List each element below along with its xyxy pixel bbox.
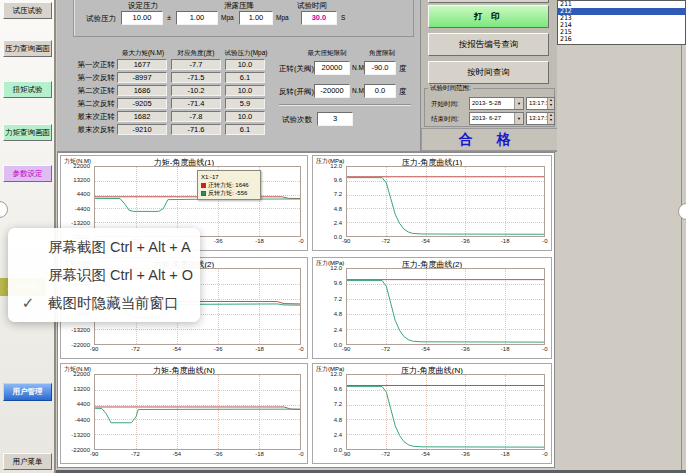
clipped-top-button[interactable]	[428, 0, 549, 3]
x-axis-ticks: -90-72-54-36-18-0	[346, 451, 545, 461]
y-axis-ticks: 22000132004400-4400-13200-22000	[61, 374, 92, 450]
col-header-pressure: 试验压力(Mpa)	[221, 49, 271, 58]
menu-item-screen-capture[interactable]: 屏幕截图 Ctrl + Alt + A	[8, 233, 200, 261]
pressure-value: 6.1	[225, 72, 265, 83]
dropdown-arrow-icon[interactable]: ▼	[514, 113, 523, 124]
pressure-value: 5.9	[225, 98, 265, 109]
red-series-swatch-icon	[201, 183, 206, 188]
list-item-selected[interactable]: 212	[558, 8, 685, 15]
time-range-groupbox: 试验时间范围: 开始时间: 2013- 5-28 ▼ 13:17:35 ▲▼ 结…	[424, 88, 555, 127]
start-time-spinner[interactable]: 13:17:35 ▲▼	[526, 97, 555, 110]
tolerance-input[interactable]: 1.00	[176, 11, 218, 25]
test-time-input[interactable]: 30.0	[301, 11, 337, 25]
y-axis-ticks: 22000132004400-4400-13200-22000	[61, 166, 92, 237]
plus-minus-sign: ±	[167, 13, 171, 22]
torque-value: 1677	[117, 59, 167, 70]
leak-drop-input[interactable]: 1.00	[239, 11, 273, 25]
query-panel: 打 印 按报告编号查询 按时间查询 试验时间范围: 开始时间: 2013- 5-…	[420, 0, 557, 152]
end-date-value: 2013- 6-27	[472, 115, 501, 121]
y-axis-ticks: 12.09.67.24.82.40.0	[313, 268, 344, 345]
row-label: 最末次正转	[57, 111, 115, 122]
deg-unit-2: 度	[399, 87, 407, 97]
sidebar-item-param-setting[interactable]: 参数设定	[3, 165, 52, 182]
sidebar-item-user-management[interactable]: 用户管理	[3, 383, 52, 401]
chart-torque-angle-n: 力矩(N.M) 力矩-角度曲线(N) 22000132004400-4400-1…	[60, 363, 308, 464]
sidebar-item-pressure-query[interactable]: 压力查询画面	[3, 40, 52, 57]
y-axis-ticks: 12.09.67.24.82.40.0	[313, 374, 344, 450]
test-time-label: 试验时间	[297, 1, 327, 11]
angle-value: -71.4	[171, 98, 221, 109]
end-date-dropdown[interactable]: 2013- 6-27 ▼	[469, 112, 524, 125]
chart-pressure-angle-1: 压力(MPa) 压力-角度曲线(1) 12.09.67.24.82.40.0 -…	[312, 155, 552, 251]
screenshot-context-menu: 屏幕截图 Ctrl + Alt + A 屏幕识图 Ctrl + Alt + O …	[8, 228, 200, 322]
sidebar-item-user-menu[interactable]: 用户菜单	[3, 453, 52, 470]
green-series-swatch-icon	[201, 191, 206, 196]
end-time-label: 结束时间:	[431, 115, 459, 124]
y-axis-ticks: 12.09.67.24.82.40.0	[313, 166, 344, 237]
test-pressure-label: 试验压力	[86, 14, 116, 24]
angle-value: -71.5	[171, 72, 221, 83]
chart-legend-tooltip: X1:-17 正转力矩: 1646 反转力矩: -556	[197, 170, 261, 200]
angle-value: -71.6	[171, 124, 221, 135]
list-item[interactable]: 211	[558, 1, 685, 8]
list-item[interactable]: 215	[558, 29, 685, 36]
row-label: 第二次反转	[57, 98, 115, 109]
dropdown-arrow-icon[interactable]: ▼	[514, 98, 523, 109]
pressure-value: 6.1	[225, 124, 265, 135]
deg-unit: 度	[399, 64, 407, 74]
pressure-value: 10.0	[225, 59, 265, 70]
x-axis-ticks: -90-72-54-36-18-0	[346, 346, 545, 356]
plot-area	[346, 268, 545, 345]
plot-area	[94, 374, 301, 450]
reverse-angle-input[interactable]: 0.0	[364, 84, 396, 98]
list-item[interactable]: 214	[558, 22, 685, 29]
spinner-arrows-icon[interactable]: ▲▼	[547, 98, 554, 109]
test-pressure-input[interactable]: 10.00	[121, 11, 163, 25]
seconds-unit: S	[341, 14, 345, 21]
app-window: 试压试验 压力查询画面 扭矩试验 力矩查询画面 参数设定 厂家参数 用户管理 用…	[0, 0, 686, 473]
test-count-label: 试验次数	[282, 115, 312, 125]
sidebar-item-pressure-test[interactable]: 试压试验	[3, 2, 52, 19]
x-axis-ticks: -90-72-54-36-18-0	[94, 346, 301, 356]
torque-value: 1682	[117, 111, 167, 122]
menu-item-label: 截图时隐藏当前窗口	[48, 294, 179, 313]
window-right-border	[681, 0, 682, 470]
torque-value: 1686	[117, 85, 167, 96]
x-axis-ticks: -90-72-54-36-18-0	[346, 238, 545, 248]
angle-value: -10.2	[171, 85, 221, 96]
test-count-input[interactable]: 3	[317, 112, 353, 126]
x-axis-ticks: -90-72-54-36-18-0	[94, 451, 301, 461]
torque-value: -8997	[117, 72, 167, 83]
list-item[interactable]: 213	[558, 15, 685, 22]
menu-item-hide-window-on-capture[interactable]: ✓ 截图时隐藏当前窗口	[8, 289, 200, 317]
list-item[interactable]: 216	[558, 36, 685, 43]
forward-torque-input[interactable]: 20000	[314, 61, 350, 75]
plot-area	[346, 374, 545, 450]
angle-value: -7.8	[171, 111, 221, 122]
sidebar-item-torque-test[interactable]: 扭矩试验	[3, 81, 52, 98]
end-time-spinner[interactable]: 13:17:35 ▲▼	[526, 112, 555, 125]
pressure-value: 10.0	[225, 111, 265, 122]
report-number-list[interactable]: 211 212 213 214 215 216	[557, 0, 686, 45]
reverse-torque-input[interactable]: -20000	[314, 84, 350, 98]
spinner-arrows-icon[interactable]: ▲▼	[547, 113, 554, 124]
limits-separator	[279, 104, 411, 106]
col-header-max-torque: 最大力矩(N.M)	[115, 49, 171, 58]
forward-angle-input[interactable]: -90.0	[364, 61, 396, 75]
screen-capture-handle-right-icon[interactable]	[678, 203, 686, 220]
tooltip-x-value: X1:-17	[201, 173, 257, 181]
leak-drop-label: 泄露压降	[224, 1, 254, 11]
angle-value: -7.7	[171, 59, 221, 70]
time-range-title: 试验时间范围:	[428, 84, 473, 93]
row-label: 第一次反转	[57, 72, 115, 83]
tooltip-reverse-torque: 反转力矩: -556	[201, 189, 257, 197]
row-label: 最末次反转	[57, 124, 115, 135]
print-button[interactable]: 打 印	[428, 5, 549, 28]
groupbox-title: 设定压力	[125, 1, 161, 11]
sidebar-item-torque-query[interactable]: 力矩查询画面	[3, 124, 52, 141]
query-by-report-button[interactable]: 按报告编号查询	[428, 33, 549, 56]
query-by-time-button[interactable]: 按时间查询	[428, 61, 549, 84]
start-date-dropdown[interactable]: 2013- 5-28 ▼	[469, 97, 524, 110]
menu-item-screen-ocr[interactable]: 屏幕识图 Ctrl + Alt + O	[8, 261, 200, 289]
start-time-label: 开始时间:	[431, 100, 459, 109]
